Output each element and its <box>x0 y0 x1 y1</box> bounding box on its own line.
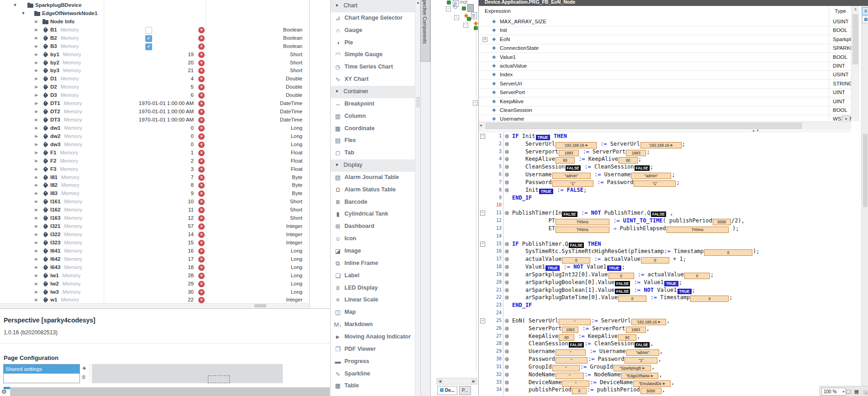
code-line-32[interactable]: 32 NodeName'':= NodeName"EdgeOfNetw▶, <box>479 371 861 379</box>
toolbox-item-moving-analog-indicator[interactable]: ►Moving Analog Indicator <box>331 331 415 343</box>
toolbox-section-display[interactable]: ▼Display <box>331 159 415 172</box>
chevron-right-icon[interactable]: ▶ <box>34 19 39 24</box>
toolbox-item-sparkline[interactable]: ∿Sparkline <box>331 368 415 380</box>
tag-value[interactable]: 21 <box>104 68 194 73</box>
tree-row-EdgeOfNetworkNode1[interactable]: ▼EdgeOfNetworkNode1 <box>0 10 309 18</box>
code-line-29[interactable]: 29 Username'' := Username"admin", <box>479 348 861 355</box>
fold-icon[interactable]: − <box>480 318 485 323</box>
breakpoint-dot-icon[interactable] <box>505 357 509 361</box>
code-line-14[interactable]: 14 <box>479 232 861 240</box>
value-checkbox[interactable]: ✔ <box>145 43 152 50</box>
breakpoint-dot-icon[interactable] <box>505 242 509 246</box>
error-icon[interactable]: ✕ <box>198 223 205 230</box>
monitor-value[interactable]: 0 <box>572 388 587 394</box>
chevron-right-icon[interactable]: ▶ <box>34 142 39 147</box>
monitor-false[interactable]: FALSE <box>615 289 630 294</box>
code-line-27[interactable]: 27 KeepAlive60 := KeepAlive60, <box>479 333 861 340</box>
tree-row-I641[interactable]: ▶I641Memory16✕Long <box>0 247 309 255</box>
tag-value[interactable]: 29 <box>104 281 194 286</box>
collapse-icon[interactable]: − <box>473 100 478 106</box>
breakpoint-dot-icon[interactable] <box>505 388 509 392</box>
tag-value[interactable]: 1 <box>104 150 194 155</box>
error-icon[interactable]: ✕ <box>198 92 205 99</box>
code-line-12[interactable]: 12 PTT#0ms := UINT_TO_TIME( publishPerio… <box>479 217 861 225</box>
error-icon[interactable]: ✕ <box>198 150 205 156</box>
code-line-25[interactable]: −25EoN( ServerUrl'':= ServerUrl'192.168.… <box>479 317 861 325</box>
tree-row-DT3[interactable]: ▶DT3Memory1970-01-01 1:00:00 AM✕DateTime <box>0 116 309 124</box>
type-column-header[interactable]: Type <box>835 8 846 14</box>
tree-row-I322[interactable]: ▶I322Memory14✕Integer <box>0 231 309 239</box>
toolbox-item-barcode[interactable]: ⅢBarcode <box>331 196 415 209</box>
error-icon[interactable]: ✕ <box>198 281 205 287</box>
monitor-value[interactable]: 5000 <box>640 388 662 394</box>
toolbox-section-chart[interactable]: ▼Chart <box>331 0 415 12</box>
tag-value[interactable]: 12 <box>104 215 194 221</box>
tree-row-I643[interactable]: ▶I643Memory18✕Long <box>0 264 309 272</box>
code-line-17[interactable]: 17 actualValue0 := actualValue0 + 1; <box>479 255 861 263</box>
breakpoint-dot-icon[interactable] <box>505 342 509 346</box>
editor-title-bar[interactable]: Device.Application.PRG_FB_EoN_Node <box>479 0 868 6</box>
page-list-item[interactable]: Shared settings <box>4 364 79 374</box>
code-line-7[interactable]: 7 Password"1" := Password"1"; <box>479 179 861 186</box>
scroll-left-icon[interactable]: ◀ <box>437 379 443 384</box>
monitor-false[interactable]: FALSE <box>615 281 630 286</box>
page-list[interactable]: Shared settings <box>3 364 80 383</box>
expression-row-Value1[interactable]: ◈Value1BOOL <box>479 53 851 62</box>
breakpoint-dot-icon[interactable] <box>505 173 509 177</box>
monitor-false[interactable]: FALSE <box>651 211 666 217</box>
code-line-33[interactable]: 33 DeviceName'':= DeviceName"EmulatedDe▶… <box>479 379 861 386</box>
tag-value[interactable]: 2 <box>104 158 194 164</box>
code-line-6[interactable]: 6 Username"admin" := Username"admin"; <box>479 171 861 179</box>
code-line-34[interactable]: 34 publishPeriod0:= publishPeriod5000, <box>479 386 861 394</box>
chevron-right-icon[interactable]: ▶ <box>34 183 39 187</box>
error-icon[interactable]: ✕ <box>198 142 205 148</box>
declaration-scrollbar[interactable]: ∧ <box>851 6 859 121</box>
monitor-true[interactable]: TRUE <box>664 281 678 286</box>
chevron-right-icon[interactable]: ▶ <box>34 44 39 48</box>
value-checkbox[interactable]: ✔ <box>145 35 152 42</box>
tree-row-D2[interactable]: ▶D2Memory5✕Double <box>0 83 309 91</box>
code-line-8[interactable]: 8 InitTRUE := FALSE; <box>479 186 861 194</box>
monitor-false[interactable]: FALSE <box>635 342 650 348</box>
breakpoint-dot-icon[interactable] <box>505 319 509 323</box>
breakpoint-dot-icon[interactable] <box>505 327 509 331</box>
tree-row-lw2[interactable]: ▶lw2Memory29✕Long <box>0 280 309 288</box>
error-icon[interactable]: ✕ <box>198 264 205 271</box>
toolbox-item-xy-chart[interactable]: ∿XY Chart <box>331 74 415 86</box>
monitor-true[interactable]: TRUE <box>607 265 621 271</box>
tree-row-Node Info[interactable]: ▶Node Info <box>0 18 309 26</box>
add-page-button[interactable]: + <box>81 365 88 372</box>
toolbox-section-container[interactable]: ▼Container <box>331 86 415 98</box>
code-line-30[interactable]: 30 Password'':= Password"1", <box>479 355 861 363</box>
tree-row-by2[interactable]: ▶by2Memory20✕Short <box>0 59 309 67</box>
scrollbar-thumb[interactable] <box>852 14 858 64</box>
error-icon[interactable]: ✕ <box>198 60 205 66</box>
chevron-right-icon[interactable]: ▶ <box>34 273 39 278</box>
code-line-24[interactable]: 24 <box>479 309 861 317</box>
error-icon[interactable]: ✕ <box>198 256 205 263</box>
monitor-false[interactable]: FALSE <box>635 165 650 171</box>
toolbox-item-linear-scale[interactable]: ≡Linear Scale <box>331 294 415 306</box>
chevron-right-icon[interactable]: ▶ <box>34 158 39 163</box>
structured-text-code[interactable]: −1IF InitTRUE THEN2 ServerUrl'192.168.16… <box>479 132 861 396</box>
breakpoint-dot-icon[interactable] <box>505 373 509 377</box>
expression-row-ConnectionState[interactable]: ◈ConnectionStateSPARKPL <box>479 44 851 53</box>
chevron-right-icon[interactable]: ▶ <box>34 76 39 81</box>
code-line-20[interactable]: 20 arSparkplugBoolean[0].ValueFALSE := V… <box>479 279 861 286</box>
chevron-right-icon[interactable]: ▶ <box>34 167 39 171</box>
chevron-right-icon[interactable]: ▶ <box>34 68 39 73</box>
tag-value[interactable]: 8 <box>104 182 194 188</box>
chevron-right-icon[interactable]: ▶ <box>34 36 39 40</box>
breakpoint-dot-icon[interactable] <box>505 280 509 285</box>
tag-value[interactable]: 14 <box>104 232 194 237</box>
code-line-21[interactable]: 21 arSparkplugBoolean[1].ValueFALSE := N… <box>479 286 861 294</box>
error-icon[interactable]: ✕ <box>198 182 205 189</box>
tree-row-F3[interactable]: ▶F3Memory3✕Float <box>0 165 309 174</box>
toolbox-item-table[interactable]: ▦Table <box>331 380 415 392</box>
tag-value[interactable]: 7 <box>104 174 194 180</box>
tag-value[interactable]: 11 <box>104 207 194 212</box>
error-icon[interactable]: ✕ <box>198 273 205 279</box>
toolbox-item-label[interactable]: ❏Label <box>331 270 415 282</box>
code-line-19[interactable]: 19 arSparkplugInt32[0].Value0 := actualV… <box>479 271 861 279</box>
tree-row-dw2[interactable]: ▶dw2Memory0✕Long <box>0 132 309 141</box>
